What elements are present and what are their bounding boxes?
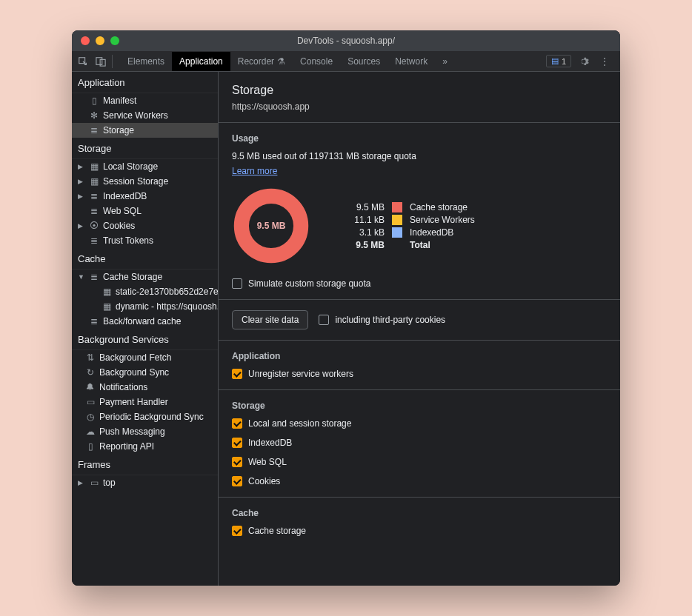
third-party-label: including third-party cookies <box>335 315 445 325</box>
legend-value: 9.5 MB <box>347 202 385 212</box>
close-icon[interactable] <box>81 36 90 45</box>
sidebar-item-manifest[interactable]: ▯ Manifest <box>72 93 218 108</box>
tab-application[interactable]: Application <box>172 52 230 71</box>
panel-title: Storage <box>232 84 607 97</box>
database-icon: ≣ <box>89 235 99 246</box>
legend-label: IndexedDB <box>410 227 453 238</box>
legend-row: 11.1 kB Service Workers <box>347 215 475 225</box>
database-icon: ≣ <box>89 272 99 282</box>
sidebar-item-label: Session Storage <box>103 176 168 187</box>
usage-donut-chart: 9.5 MB <box>232 187 310 265</box>
sidebar-item-cookies[interactable]: ▶⦿ Cookies <box>72 218 218 233</box>
sidebar-item-label: Push Messaging <box>99 426 165 437</box>
sidebar-item-indexeddb[interactable]: ▶≣ IndexedDB <box>72 189 218 204</box>
legend-label: Service Workers <box>410 215 475 225</box>
gear-icon[interactable] <box>576 53 592 70</box>
sidebar-item-notifications[interactable]: 🔔︎ Notifications <box>72 380 218 395</box>
legend-value: 11.1 kB <box>347 215 385 225</box>
sidebar-item-periodic-sync[interactable]: ◷ Periodic Background Sync <box>72 409 218 424</box>
tab-console[interactable]: Console <box>293 52 340 71</box>
frame-icon: ▭ <box>89 478 99 488</box>
bell-icon: 🔔︎ <box>85 382 96 392</box>
tab-recorder[interactable]: Recorder ⚗︎ <box>230 52 293 71</box>
sidebar-item-cache-storage[interactable]: ▼≣ Cache Storage <box>72 270 218 284</box>
local-session-checkbox[interactable] <box>232 418 242 429</box>
indexeddb-checkbox[interactable] <box>232 438 242 448</box>
cache-storage-checkbox[interactable] <box>232 526 242 536</box>
cookie-icon: ⦿ <box>89 221 99 231</box>
toolbar: Elements Application Recorder ⚗︎ Console… <box>72 51 620 72</box>
sidebar-section-application: Application <box>72 72 218 93</box>
swatch-icon <box>392 202 402 212</box>
message-icon: ▤ <box>551 56 559 66</box>
cloud-icon: ☁︎ <box>85 426 96 437</box>
tab-network[interactable]: Network <box>387 52 435 71</box>
cache-entry-static[interactable]: ▦ static-2e1370bb652d2e7e… <box>72 284 218 299</box>
flask-icon: ⚗︎ <box>277 56 285 67</box>
checkbox-label: Unregister service workers <box>248 369 353 379</box>
inspect-icon[interactable] <box>75 53 91 70</box>
gear-small-icon: ✻ <box>89 110 99 121</box>
checkbox-label: Web SQL <box>248 457 287 467</box>
sidebar-item-label: Periodic Background Sync <box>99 412 204 422</box>
checkbox-label: IndexedDB <box>248 438 292 448</box>
websql-checkbox[interactable] <box>232 457 242 467</box>
unregister-sw-checkbox[interactable] <box>232 369 242 379</box>
learn-more-link[interactable]: Learn more <box>232 166 277 176</box>
sidebar-item-bg-fetch[interactable]: ⇅ Background Fetch <box>72 350 218 365</box>
sidebar: Application ▯ Manifest ✻ Service Workers… <box>72 72 219 586</box>
sidebar-item-storage[interactable]: ≣ Storage <box>72 123 218 138</box>
sidebar-item-session-storage[interactable]: ▶▦ Session Storage <box>72 174 218 189</box>
sidebar-item-push[interactable]: ☁︎ Push Messaging <box>72 424 218 439</box>
document-icon: ▯ <box>85 441 96 452</box>
third-party-cookies-checkbox[interactable] <box>319 315 329 325</box>
sidebar-item-payment[interactable]: ▭ Payment Handler <box>72 395 218 409</box>
more-tabs-icon[interactable]: » <box>435 52 455 71</box>
sidebar-item-bfcache[interactable]: ≣ Back/forward cache <box>72 314 218 329</box>
tab-sources[interactable]: Sources <box>340 52 387 71</box>
sidebar-item-label: IndexedDB <box>103 191 147 201</box>
legend-value: 9.5 MB <box>347 240 385 250</box>
sidebar-item-label: Trust Tokens <box>103 235 153 246</box>
minimize-icon[interactable] <box>96 36 104 45</box>
clear-cache-header: Cache <box>232 508 607 518</box>
devtools-window: DevTools - squoosh.app/ Elements Applica… <box>72 30 620 586</box>
cookies-checkbox[interactable] <box>232 476 242 486</box>
sync-icon: ↻ <box>85 367 96 378</box>
sidebar-item-label: Payment Handler <box>99 397 168 407</box>
kebab-icon[interactable]: ⋮ <box>596 53 613 70</box>
checkbox-label: Local and session storage <box>248 418 351 429</box>
database-icon: ≣ <box>89 206 99 216</box>
tab-recorder-label: Recorder <box>238 56 274 67</box>
checkbox-label: Cookies <box>248 476 280 486</box>
window-title: DevTools - squoosh.app/ <box>72 36 620 46</box>
sidebar-item-frame-top[interactable]: ▶▭ top <box>72 475 218 490</box>
tab-elements[interactable]: Elements <box>120 52 172 71</box>
sidebar-item-bg-sync[interactable]: ↻ Background Sync <box>72 365 218 380</box>
sidebar-item-label: top <box>103 478 116 488</box>
sidebar-item-label: Cookies <box>103 221 135 231</box>
sidebar-item-reporting[interactable]: ▯ Reporting API <box>72 439 218 454</box>
legend-row: 3.1 kB IndexedDB <box>347 227 475 238</box>
sidebar-item-service-workers[interactable]: ✻ Service Workers <box>72 108 218 123</box>
cache-entry-dynamic[interactable]: ▦ dynamic - https://squoosh. <box>72 299 218 314</box>
issues-button[interactable]: ▤ 1 <box>546 55 571 67</box>
database-icon: ≣ <box>89 125 99 135</box>
sidebar-item-label: Manifest <box>103 96 136 106</box>
clock-icon: ◷ <box>85 412 96 422</box>
sidebar-item-websql[interactable]: ≣ Web SQL <box>72 204 218 218</box>
maximize-icon[interactable] <box>110 36 119 45</box>
card-icon: ▭ <box>85 397 96 407</box>
sidebar-section-storage: Storage <box>72 138 218 159</box>
message-count: 1 <box>562 57 566 66</box>
sidebar-section-cache: Cache <box>72 248 218 270</box>
device-icon[interactable] <box>93 53 109 70</box>
sidebar-section-frames: Frames <box>72 454 218 475</box>
sidebar-item-trust-tokens[interactable]: ≣ Trust Tokens <box>72 233 218 248</box>
sidebar-section-bgservices: Background Services <box>72 329 218 350</box>
simulate-quota-checkbox[interactable] <box>232 278 242 289</box>
checkbox-label: Cache storage <box>248 526 306 536</box>
clear-site-data-button[interactable]: Clear site data <box>232 310 308 329</box>
sidebar-item-local-storage[interactable]: ▶▦ Local Storage <box>72 159 218 174</box>
sidebar-item-label: Cache Storage <box>103 272 162 282</box>
